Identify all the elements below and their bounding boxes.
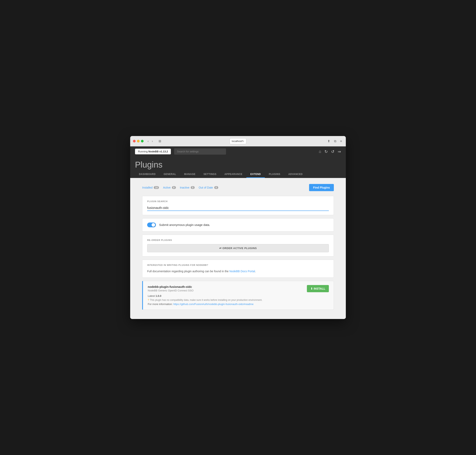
running-version: NodeBB v1.13.2 <box>148 150 168 153</box>
reorder-plugins-card: RE-ORDER PLUGINS ⇌ ORDER ACTIVE PLUGINS <box>142 235 334 256</box>
tab-inactive-badge: 5 <box>191 186 195 189</box>
reload-icon: ↻ <box>242 140 244 143</box>
toggle-thumb <box>152 223 155 227</box>
docs-portal-link[interactable]: NodeBB Docs Portal <box>229 270 255 273</box>
new-tab-button[interactable]: + <box>339 139 343 143</box>
plugin-warning: ? This plugin has no compatibility data,… <box>148 299 304 301</box>
plugin-subtitle: NodeBB Generic OpenID Connect SSO <box>148 289 304 292</box>
forward-nav-button[interactable]: ⇒ <box>338 149 341 154</box>
plugin-search-label: PLUGIN SEARCH <box>147 200 329 203</box>
refresh-icon: ↺ <box>331 149 334 154</box>
settings-search-input[interactable] <box>174 148 226 154</box>
version-prefix: Latest <box>148 294 155 297</box>
tab-inactive[interactable]: Inactive 5 <box>180 186 195 189</box>
nav-item-plugins[interactable]: PLUGINS <box>265 170 284 178</box>
tab-installed-label: Installed <box>142 186 153 189</box>
plugin-version: 1.0.0 <box>155 294 161 297</box>
traffic-lights <box>133 140 144 142</box>
forward-button[interactable]: › <box>151 139 154 143</box>
app-header: Running NodeBB v1.13.2 ⌂ ↻ ↺ ⇒ <box>130 146 346 157</box>
tab-installed[interactable]: Installed 14 <box>142 186 159 189</box>
find-plugins-button[interactable]: Find Plugins <box>309 184 334 191</box>
anonymous-data-label: Submit anonymous plugin usage data. <box>159 223 210 227</box>
tab-out-of-date-badge: 0 <box>214 186 218 189</box>
tab-installed-badge: 14 <box>154 186 159 189</box>
docs-section-label: INTERESTED IN WRITING PLUGINS FOR NODEBB… <box>147 264 329 266</box>
refresh-button[interactable]: ↺ <box>331 149 334 154</box>
plugin-name: nodebb-plugin-fusionauth-oidc <box>148 285 304 288</box>
title-bar: ‹ › ⊞ localhost ↻ ⬆ ⧉ + <box>130 136 346 146</box>
plugin-search-card: PLUGIN SEARCH <box>142 196 334 215</box>
header-actions: ⌂ ↻ ↺ ⇒ <box>319 149 341 154</box>
page-title: Plugins <box>135 160 341 170</box>
nav-buttons: ‹ › <box>146 139 154 143</box>
plugin-result-card: nodebb-plugin-fusionauth-oidc NodeBB Gen… <box>142 281 334 310</box>
more-info-prefix: For more information: <box>148 303 173 306</box>
tab-out-of-date[interactable]: Out of Date 0 <box>199 186 218 189</box>
anonymous-data-toggle[interactable] <box>147 222 156 227</box>
page-title-section: Plugins <box>130 157 346 170</box>
plugin-info: nodebb-plugin-fusionauth-oidc NodeBB Gen… <box>148 285 304 306</box>
refresh-alt-button[interactable]: ↻ <box>324 149 328 154</box>
title-bar-actions: ⬆ ⧉ + <box>326 139 343 143</box>
home-button[interactable]: ⌂ <box>319 149 321 154</box>
browser-window: ‹ › ⊞ localhost ↻ ⬆ ⧉ + Running NodeBB v… <box>130 136 346 319</box>
warning-icon: ? <box>148 299 149 301</box>
forward-icon: ⇒ <box>338 149 341 154</box>
plugin-more-info: For more information: https://github.com… <box>148 303 304 306</box>
nav-item-advanced[interactable]: ADVANCED <box>284 170 307 178</box>
tab-active-label: Active <box>163 186 170 189</box>
docs-text-before: Full documentation regarding plugin auth… <box>147 270 229 273</box>
nav-item-dashboard[interactable]: DASHBOARD <box>135 170 160 178</box>
maximize-button[interactable] <box>141 140 144 142</box>
main-nav: DASHBOARD GENERAL MANAGE SETTINGS APPEAR… <box>130 170 346 178</box>
address-bar[interactable]: localhost ↻ <box>230 138 246 144</box>
close-button[interactable] <box>133 140 136 142</box>
address-text: localhost <box>232 140 242 143</box>
docs-text: Full documentation regarding plugin auth… <box>147 269 329 273</box>
tab-out-of-date-label: Out of Date <box>199 186 213 189</box>
share-button[interactable]: ⬆ <box>326 139 331 143</box>
nav-item-general[interactable]: GENERAL <box>160 170 180 178</box>
home-icon: ⌂ <box>319 149 321 154</box>
sidebar-toggle-button[interactable]: ⊞ <box>157 139 162 143</box>
tab-active-badge: 9 <box>172 186 176 189</box>
anonymous-data-card: Submit anonymous plugin usage data. <box>142 218 334 231</box>
toggle-row: Submit anonymous plugin usage data. <box>147 222 329 227</box>
docs-text-after: . <box>255 270 256 273</box>
plugin-version-row: Latest 1.0.0 <box>148 294 304 297</box>
plugin-result-inner: nodebb-plugin-fusionauth-oidc NodeBB Gen… <box>143 281 334 309</box>
nav-item-settings[interactable]: SETTINGS <box>200 170 220 178</box>
nav-item-extend[interactable]: EXTEND <box>246 170 265 178</box>
nav-item-appearance[interactable]: APPEARANCE <box>220 170 246 178</box>
content-area: Installed 14 Active 9 Inactive 5 Out of … <box>130 178 346 319</box>
back-button[interactable]: ‹ <box>146 139 150 143</box>
tab-active[interactable]: Active 9 <box>163 186 176 189</box>
duplicate-button[interactable]: ⧉ <box>333 139 338 143</box>
running-badge: Running NodeBB v1.13.2 <box>135 149 171 154</box>
plugin-readme-link[interactable]: https://github.com/FusionAuth/nodebb-plu… <box>173 303 254 306</box>
order-active-plugins-button[interactable]: ⇌ ORDER ACTIVE PLUGINS <box>147 244 329 252</box>
plugin-warning-text: This plugin has no compatibility data, m… <box>150 299 262 301</box>
refresh-alt-icon: ↻ <box>324 149 328 154</box>
tabs-row: Installed 14 Active 9 Inactive 5 Out of … <box>142 184 334 191</box>
running-label: Running <box>138 150 148 153</box>
plugin-search-input[interactable] <box>147 205 329 211</box>
nav-item-manage[interactable]: MANAGE <box>180 170 200 178</box>
docs-card: INTERESTED IN WRITING PLUGINS FOR NODEBB… <box>142 260 334 278</box>
install-button[interactable]: ⬇ INSTALL <box>307 285 329 292</box>
reorder-label: RE-ORDER PLUGINS <box>147 239 329 241</box>
tab-inactive-label: Inactive <box>180 186 189 189</box>
minimize-button[interactable] <box>137 140 140 142</box>
